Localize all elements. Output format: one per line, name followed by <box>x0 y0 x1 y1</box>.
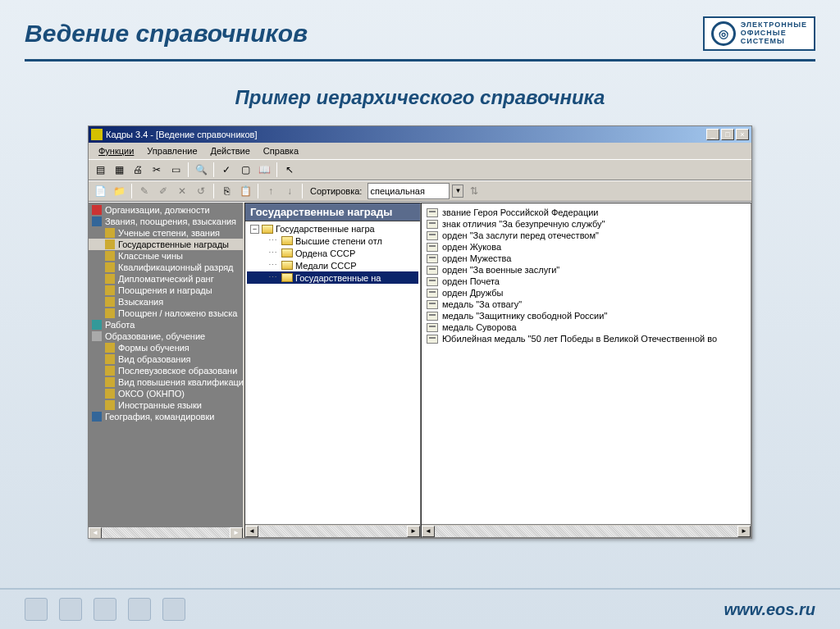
minimize-button[interactable]: _ <box>706 129 719 140</box>
category-tree-item[interactable]: Поощрен / наложено взыска <box>89 308 243 319</box>
tool-cut-icon[interactable]: ✂ <box>148 162 165 178</box>
menu-action[interactable]: Действие <box>204 144 257 157</box>
tool-card-icon[interactable]: ▦ <box>111 162 127 178</box>
sort-combo[interactable]: специальная <box>368 183 450 199</box>
category-tree-item[interactable]: География, командировки <box>89 411 243 422</box>
category-tree-item[interactable]: Квалификационный разряд <box>89 262 243 273</box>
tool-search-icon[interactable]: 🔍 <box>193 162 209 178</box>
expand-toggle-icon[interactable]: − <box>250 225 259 234</box>
tool-list-icon[interactable]: ▤ <box>92 162 108 178</box>
category-tree-item[interactable]: Взыскания <box>89 296 243 308</box>
list-item-label: орден Почета <box>442 276 500 286</box>
document-icon <box>427 300 438 309</box>
tool-up-icon[interactable]: ↑ <box>262 183 279 199</box>
tool-check-icon[interactable]: ✓ <box>218 162 235 178</box>
tool-restore-icon[interactable]: ↺ <box>193 183 209 199</box>
category-tree-item[interactable]: Звания, поощрения, взыскания <box>89 216 243 227</box>
list-item-label: медаль "Защитнику свободной России" <box>442 311 607 321</box>
tree-node-icon <box>105 251 115 261</box>
titlebar[interactable]: Кадры 3.4 - [Ведение справочников] _ □ × <box>89 126 751 143</box>
category-tree-item[interactable]: ОКСО (ОКНПО) <box>89 388 243 399</box>
list-item[interactable]: знак отличия "За безупречную службу" <box>425 218 747 230</box>
tool-paste-icon[interactable]: 📋 <box>237 183 253 199</box>
tool-tv-icon[interactable]: ▭ <box>167 162 184 178</box>
category-tree-item[interactable]: Классные чины <box>89 250 243 262</box>
tool-apply-sort-icon[interactable]: ⇅ <box>466 183 482 199</box>
category-tree-item[interactable]: Послевузовское образовани <box>89 365 243 376</box>
subtree-item[interactable]: ⋯Медали СССР <box>247 259 418 271</box>
document-icon <box>427 208 438 217</box>
sort-label: Сортировка: <box>310 186 362 196</box>
category-tree-item[interactable]: Организации, должности <box>89 204 243 216</box>
subtree-item-label: Государственные награ <box>276 224 375 234</box>
right-hscrollbar[interactable]: ◄► <box>422 524 751 537</box>
tool-book-icon[interactable]: 📖 <box>256 162 272 178</box>
app-icon <box>91 129 103 140</box>
subtree-item[interactable]: ⋯Высшие степени отл <box>247 235 418 247</box>
category-tree-item[interactable]: Дипломатический ранг <box>89 273 243 285</box>
menu-help[interactable]: Справка <box>257 144 305 157</box>
subtree-item[interactable]: −Государственные награ <box>247 223 418 235</box>
tool-pointer-icon[interactable]: ↖ <box>281 162 298 178</box>
tree-node-icon <box>105 343 115 353</box>
category-tree-item[interactable]: Формы обучения <box>89 342 243 353</box>
left-hscrollbar[interactable]: ◄► <box>89 526 243 538</box>
subtree-item[interactable]: ⋯Ордена СССР <box>247 247 418 259</box>
tree-node-icon <box>105 389 115 399</box>
tool-edit-icon[interactable]: ✎ <box>136 183 153 199</box>
list-item[interactable]: Юбилейная медаль "50 лет Победы в Велико… <box>425 333 747 344</box>
list-item[interactable]: орден Дружбы <box>425 287 747 299</box>
document-icon <box>427 312 438 321</box>
category-tree-item[interactable]: Государственные награды <box>89 239 243 250</box>
category-tree-item[interactable]: Поощрения и награды <box>89 285 243 296</box>
tree-connector-icon: ⋯ <box>268 235 277 246</box>
close-button[interactable]: × <box>736 129 749 140</box>
tool-edit2-icon[interactable]: ✐ <box>155 183 171 199</box>
tree-node-label: Взыскания <box>118 297 163 307</box>
tree-node-icon <box>105 274 115 284</box>
tool-newfolder-icon[interactable]: 📁 <box>111 183 127 199</box>
list-item-label: знак отличия "За безупречную службу" <box>442 219 605 229</box>
subtree-item-label: Государственные на <box>295 273 381 283</box>
tool-down-icon[interactable]: ↓ <box>281 183 298 199</box>
tool-doc-icon[interactable]: ▢ <box>237 162 253 178</box>
tree-node-label: Вид повышения квалификаци <box>118 377 244 387</box>
tool-new-icon[interactable]: 📄 <box>92 183 108 199</box>
list-item[interactable]: звание Героя Российской Федерации <box>425 207 747 218</box>
list-item[interactable]: медаль "За отвагу" <box>425 299 747 310</box>
tree-node-label: Поощрения и награды <box>118 285 212 295</box>
tree-node-label: География, командировки <box>105 412 214 422</box>
category-tree-item[interactable]: Иностранные языки <box>89 399 243 411</box>
tree-node-icon <box>105 297 115 307</box>
category-tree-item[interactable]: Вид образования <box>89 353 243 365</box>
toolbar-separator <box>276 162 277 177</box>
tool-copy-icon[interactable]: ⎘ <box>218 183 235 199</box>
list-item[interactable]: орден "За военные заслуги" <box>425 264 747 276</box>
category-tree-item[interactable]: Работа <box>89 319 243 330</box>
list-item[interactable]: орден Мужества <box>425 253 747 264</box>
list-item[interactable]: медаль "Защитнику свободной России" <box>425 310 747 321</box>
category-tree-item[interactable]: Образование, обучение <box>89 330 243 342</box>
maximize-button[interactable]: □ <box>721 129 734 140</box>
category-tree-item[interactable]: Ученые степени, звания <box>89 227 243 239</box>
slide-subtitle: Пример иерархического справочника <box>0 86 840 109</box>
menu-management[interactable]: Управление <box>140 144 203 157</box>
menu-functions[interactable]: Функции <box>92 144 140 157</box>
document-icon <box>427 231 438 240</box>
list-item[interactable]: орден Жукова <box>425 241 747 253</box>
folder-icon <box>281 261 293 270</box>
middle-hscrollbar[interactable]: ◄► <box>245 524 420 537</box>
tool-print-icon[interactable]: 🖨 <box>130 162 146 178</box>
combo-arrow-icon[interactable]: ▼ <box>452 185 463 198</box>
tree-node-icon <box>92 217 102 226</box>
tree-connector-icon: ⋯ <box>268 260 277 271</box>
document-icon <box>427 266 438 275</box>
tool-delete-icon[interactable]: ✕ <box>174 183 190 199</box>
tree-node-label: Вид образования <box>118 354 191 364</box>
list-item[interactable]: орден "За заслуги перед отечеством" <box>425 230 747 241</box>
tree-node-icon <box>105 228 115 238</box>
list-item[interactable]: медаль Суворова <box>425 321 747 333</box>
subtree-item[interactable]: ⋯Государственные на <box>247 271 418 284</box>
category-tree-item[interactable]: Вид повышения квалификаци <box>89 376 243 388</box>
list-item[interactable]: орден Почета <box>425 276 747 287</box>
